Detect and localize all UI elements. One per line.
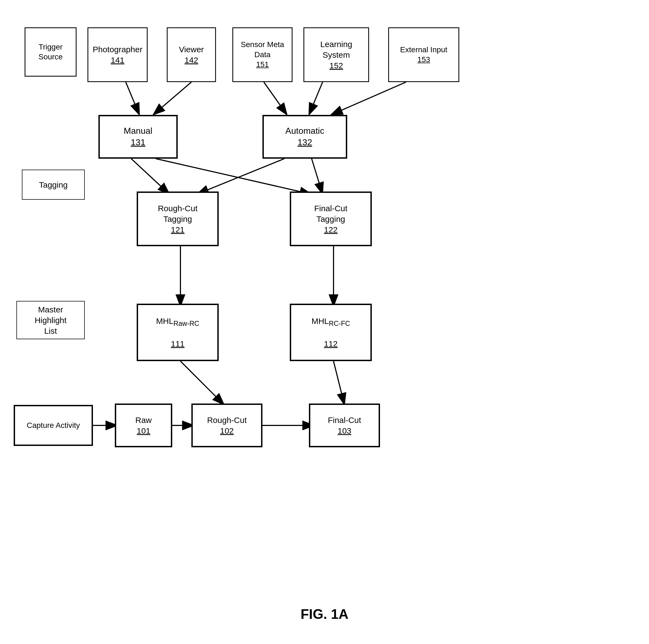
svg-line-8 [312,159,322,194]
automatic-box: Automatic132 [262,115,347,159]
learning-system-box: LearningSystem152 [303,27,369,82]
viewer-box: Viewer142 [167,27,216,82]
rough-cut-tagging-box: Rough-CutTagging121 [137,192,219,246]
sensor-meta-box: Sensor MetaData151 [232,27,293,82]
svg-line-5 [131,159,170,194]
svg-line-0 [126,82,139,115]
svg-line-1 [153,82,191,115]
svg-line-4 [331,82,406,115]
mhl-raw-rc-box: MHLRaw-RC111 [137,304,219,361]
svg-line-7 [197,159,284,194]
mhl-rc-fc-box: MHLRC-FC112 [290,304,372,361]
trigger-source-box: Trigger Source [25,27,77,77]
manual-box: Manual131 [98,115,178,159]
svg-line-2 [264,82,287,115]
photographer-box: Photographer141 [87,27,147,82]
diagram: Trigger Source Photographer141 Viewer142… [0,0,649,644]
external-input-box: External Input153 [388,27,459,82]
rough-cut-box: Rough-Cut102 [191,404,262,447]
svg-line-14 [334,361,344,405]
svg-line-6 [156,159,312,194]
final-cut-tagging-box: Final-CutTagging122 [290,192,372,246]
raw-box: Raw101 [115,404,172,447]
tagging-label-box: Tagging [22,170,85,200]
svg-line-3 [309,82,322,115]
master-highlight-label: MasterHighlightList [16,301,85,339]
capture-activity-box: Capture Activity [14,405,93,446]
final-cut-box: Final-Cut103 [309,404,380,447]
svg-line-12 [180,361,224,405]
figure-caption: FIG. 1A [0,606,649,622]
